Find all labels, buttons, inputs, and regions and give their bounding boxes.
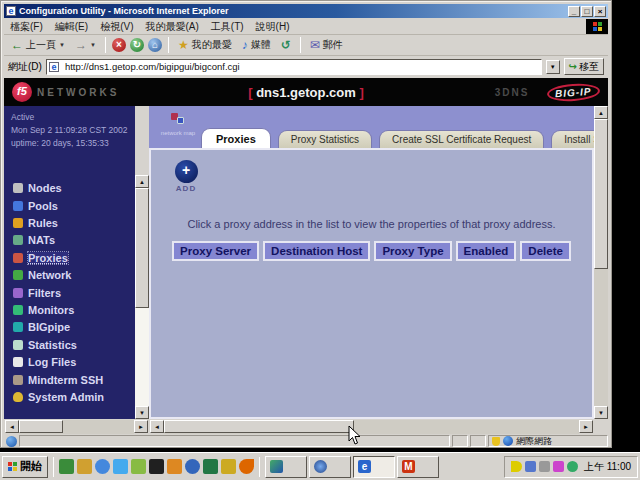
- back-dropdown-icon[interactable]: ▼: [59, 42, 65, 48]
- product-3dns-label[interactable]: 3DNS: [495, 87, 530, 98]
- tray-icon-1[interactable]: [511, 461, 522, 472]
- sidebar-item-nats[interactable]: NATs: [13, 232, 135, 249]
- tray-icon-2[interactable]: [525, 461, 536, 472]
- network-map-link[interactable]: network map: [159, 111, 197, 136]
- scroll-right-icon[interactable]: ►: [579, 420, 593, 433]
- sidebar-vertical-scrollbar[interactable]: ▲ ▼: [135, 175, 149, 419]
- sidebar-item-log-files[interactable]: Log Files: [13, 353, 135, 370]
- go-button[interactable]: ↪ 移至: [564, 58, 604, 75]
- sidebar-item-monitors[interactable]: Monitors: [13, 301, 135, 318]
- main-scroll-thumb[interactable]: [594, 119, 608, 269]
- home-button[interactable]: ⌂: [148, 38, 162, 52]
- sidebar-scroll-track[interactable]: [135, 188, 149, 406]
- tray-icon-4[interactable]: [553, 461, 564, 472]
- favorites-button[interactable]: ★ 我的最愛: [175, 37, 235, 53]
- scroll-left-icon[interactable]: ◄: [5, 420, 19, 433]
- sidebar-item-statistics[interactable]: Statistics: [13, 336, 135, 353]
- taskbar-clock[interactable]: 上午 11:00: [584, 460, 631, 474]
- task-button-3-active[interactable]: e: [353, 456, 395, 478]
- sidebar-item-bigpipe[interactable]: BIGpipe: [13, 319, 135, 336]
- quicklaunch-icon-3[interactable]: [95, 459, 110, 474]
- title-bar[interactable]: e Configuration Utility - Microsoft Inte…: [4, 4, 608, 18]
- quicklaunch-icon-7[interactable]: [167, 459, 182, 474]
- taskbar-divider: [259, 457, 260, 477]
- sidebar-horizontal-scrollbar[interactable]: ◄ ►: [5, 420, 148, 434]
- sidebar-item-nodes[interactable]: Nodes: [13, 180, 135, 197]
- sidebar-menu: Nodes Pools Rules NATs Proxies: [4, 180, 135, 406]
- menu-tools[interactable]: 工具(T): [211, 20, 244, 34]
- menu-help[interactable]: 說明(H): [256, 20, 290, 34]
- hostname-bracket-right: ]: [359, 85, 363, 100]
- sidebar-item-network[interactable]: Network: [13, 266, 135, 283]
- task-button-4[interactable]: M: [397, 456, 439, 478]
- main-scroll-track[interactable]: [594, 119, 608, 406]
- mindterm-ssh-icon: [13, 375, 23, 385]
- column-header-delete[interactable]: Delete: [520, 241, 571, 261]
- tab-create-ssl-certificate-request[interactable]: Create SSL Certificate Request: [379, 130, 544, 148]
- column-header-enabled[interactable]: Enabled: [456, 241, 517, 261]
- start-button[interactable]: 開始: [2, 456, 48, 478]
- scroll-track[interactable]: [164, 420, 579, 434]
- refresh-button[interactable]: ↻: [130, 38, 144, 52]
- column-header-proxy-server[interactable]: Proxy Server: [172, 241, 259, 261]
- column-header-proxy-type[interactable]: Proxy Type: [374, 241, 451, 261]
- close-button[interactable]: ×: [594, 6, 606, 17]
- product-bigip-label[interactable]: BIG-IP: [547, 82, 601, 103]
- scroll-thumb[interactable]: [19, 420, 63, 433]
- menu-view[interactable]: 檢視(V): [100, 20, 133, 34]
- quicklaunch-icon-1[interactable]: [59, 459, 74, 474]
- quicklaunch-icon-4[interactable]: [113, 459, 128, 474]
- media-button[interactable]: ♪ 媒體: [239, 37, 274, 53]
- scroll-thumb[interactable]: [164, 420, 354, 433]
- sidebar-item-rules[interactable]: Rules: [13, 214, 135, 231]
- quicklaunch-icon-2[interactable]: [77, 459, 92, 474]
- sidebar-item-filters[interactable]: Filters: [13, 284, 135, 301]
- main-horizontal-scrollbar[interactable]: ◄ ►: [150, 420, 593, 434]
- task-button-2[interactable]: [309, 456, 351, 478]
- add-proxy-button[interactable]: + ADD: [171, 160, 201, 193]
- forward-button[interactable]: → ▼: [72, 38, 99, 52]
- scroll-up-icon[interactable]: ▲: [135, 175, 149, 188]
- scroll-down-icon[interactable]: ▼: [594, 406, 608, 419]
- sidebar-item-mindterm-ssh[interactable]: Mindterm SSH: [13, 371, 135, 388]
- sidebar-item-system-admin[interactable]: System Admin: [13, 388, 135, 405]
- quicklaunch-icon-6[interactable]: [149, 459, 164, 474]
- horizontal-scrollbar-row: ◄ ► ◄ ►: [4, 419, 608, 434]
- address-dropdown-button[interactable]: ▼: [546, 60, 560, 74]
- tab-proxies[interactable]: Proxies: [201, 128, 271, 148]
- tab-install-ssl-certificate[interactable]: Install SSL Certif: [551, 130, 594, 148]
- address-url[interactable]: http://dns1.getop.com/bigipgui/bigconf.c…: [65, 61, 240, 72]
- menu-favorites[interactable]: 我的最愛(A): [145, 20, 198, 34]
- scroll-up-icon[interactable]: ▲: [594, 106, 608, 119]
- quicklaunch-icon-10[interactable]: [221, 459, 236, 474]
- minimize-button[interactable]: _: [568, 6, 580, 17]
- scroll-down-icon[interactable]: ▼: [135, 406, 149, 419]
- scroll-track[interactable]: [19, 420, 134, 434]
- scroll-right-icon[interactable]: ►: [134, 420, 148, 433]
- menu-edit[interactable]: 編輯(E): [55, 20, 88, 34]
- column-header-destination-host[interactable]: Destination Host: [263, 241, 370, 261]
- quick-launch-bar: [59, 459, 254, 474]
- add-icon[interactable]: +: [175, 160, 198, 183]
- quicklaunch-icon-8[interactable]: [185, 459, 200, 474]
- mail-button[interactable]: ✉ 郵件: [307, 37, 346, 53]
- address-input[interactable]: e http://dns1.getop.com/bigipgui/bigconf…: [46, 59, 542, 75]
- main-vertical-scrollbar[interactable]: ▲ ▼: [594, 106, 608, 419]
- back-button[interactable]: ← 上一頁 ▼: [8, 37, 68, 53]
- tray-icon-3[interactable]: [539, 461, 550, 472]
- quicklaunch-icon-5[interactable]: [131, 459, 146, 474]
- tray-icon-5[interactable]: [567, 461, 578, 472]
- stop-button[interactable]: ×: [112, 38, 126, 52]
- quicklaunch-icon-11[interactable]: [239, 459, 254, 474]
- sidebar-scroll-thumb[interactable]: [135, 188, 149, 308]
- menu-file[interactable]: 檔案(F): [10, 20, 43, 34]
- task-button-1[interactable]: [265, 456, 307, 478]
- sidebar-item-pools[interactable]: Pools: [13, 197, 135, 214]
- maximize-button[interactable]: □: [581, 6, 593, 17]
- history-button[interactable]: ↺: [278, 38, 294, 52]
- tab-proxy-statistics[interactable]: Proxy Statistics: [278, 130, 372, 148]
- forward-dropdown-icon[interactable]: ▼: [90, 42, 96, 48]
- scroll-left-icon[interactable]: ◄: [150, 420, 164, 433]
- quicklaunch-icon-9[interactable]: [203, 459, 218, 474]
- sidebar-item-proxies[interactable]: Proxies: [13, 249, 135, 266]
